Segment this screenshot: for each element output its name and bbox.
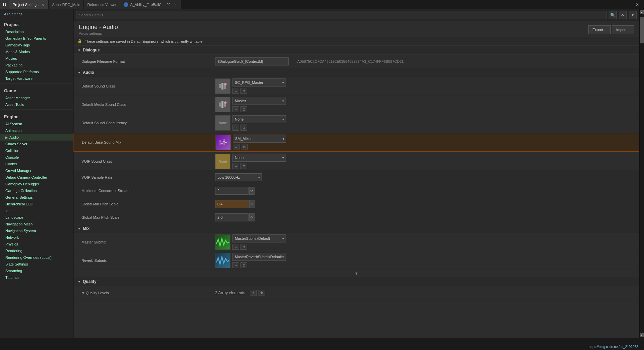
sidebar-item-crowd-manager[interactable]: Crowd Manager bbox=[0, 167, 73, 174]
sidebar-item-gameplaytags[interactable]: GameplayTags bbox=[0, 42, 73, 48]
global-min-pitch-input[interactable] bbox=[215, 200, 249, 208]
sidebar-item-audio[interactable]: ▶ Audio bbox=[0, 134, 73, 141]
sidebar-item-target-hardware[interactable]: Target Hardware bbox=[0, 75, 73, 82]
sound-class-browse-btn[interactable]: ⊙ bbox=[240, 88, 247, 94]
master-submix-select[interactable]: MasterSubmixDefault bbox=[232, 234, 286, 242]
sidebar-item-rendering-overrides[interactable]: Rendering Overrides (Local) bbox=[0, 254, 73, 261]
media-sound-class-select[interactable]: Master bbox=[232, 97, 286, 105]
quality-section-header[interactable]: ▼ Quality bbox=[73, 277, 639, 286]
mixer-icon bbox=[218, 137, 228, 148]
export-button[interactable]: Export... bbox=[588, 25, 611, 34]
concurrency-browse-btn[interactable]: ⊙ bbox=[240, 125, 247, 131]
maximize-button[interactable]: □ bbox=[617, 0, 631, 9]
sidebar-item-hierarchical-lod[interactable]: Hierarchical LOD bbox=[0, 201, 73, 207]
sidebar-section-game: Game bbox=[0, 85, 73, 95]
concurrency-select[interactable]: None bbox=[232, 115, 286, 123]
sidebar-item-streaming[interactable]: Streaming bbox=[0, 268, 73, 274]
mix-section-header[interactable]: ▼ Mix bbox=[73, 224, 639, 233]
sidebar-item-network[interactable]: Network bbox=[0, 234, 73, 241]
global-min-pitch-input-wrap: ⟳ bbox=[215, 200, 255, 208]
sidebar-item-packaging[interactable]: Packaging bbox=[0, 62, 73, 68]
sound-class-nav-btn[interactable]: → bbox=[232, 88, 239, 94]
sidebar-item-gameplay-effect-parents[interactable]: Gameplay Effect Parents bbox=[0, 35, 73, 42]
sound-mix-nav-btn[interactable]: → bbox=[233, 144, 239, 150]
sidebar-item-input[interactable]: Input bbox=[0, 207, 73, 214]
minimize-button[interactable]: ─ bbox=[604, 0, 617, 9]
sidebar-item-landscape[interactable]: Landscape bbox=[0, 214, 73, 221]
reverb-submix-select[interactable]: MasterReverbSubmixDefault bbox=[232, 253, 286, 261]
bottom-bar: https://blog.csdn.net/qq_21919621 bbox=[585, 344, 644, 350]
sidebar-item-navigation-mesh[interactable]: Navigation Mesh bbox=[0, 221, 73, 227]
sidebar-item-ai-system[interactable]: AI System bbox=[0, 121, 73, 127]
sidebar-item-gameplay-debugger[interactable]: Gameplay Debugger bbox=[0, 181, 73, 187]
sidebar-item-supported-platforms[interactable]: Supported Platforms bbox=[0, 68, 73, 75]
dialogue-filename-row: Dialogue Filename Format {DialogueGuid}_… bbox=[73, 55, 639, 68]
dropdown-icon-btn[interactable]: ▾ bbox=[629, 11, 637, 19]
eye-icon-btn[interactable]: 👁 bbox=[619, 11, 627, 19]
sidebar-item-asset-manager[interactable]: Asset Manager bbox=[0, 95, 73, 101]
search-icon-btn[interactable]: 🔍 bbox=[609, 11, 617, 19]
sidebar-item-physics[interactable]: Physics bbox=[0, 241, 73, 247]
svg-rect-10 bbox=[223, 139, 225, 145]
search-input[interactable] bbox=[76, 11, 607, 19]
voip-sound-class-select[interactable]: None bbox=[232, 154, 286, 162]
max-concurrent-streams-spin[interactable]: ⟳ bbox=[249, 187, 255, 195]
sound-mix-select[interactable]: SM_Mixer bbox=[233, 135, 286, 143]
reverb-submix-control: MasterReverbSubmixDefault → ⊙ bbox=[215, 253, 634, 268]
sidebar-section-project: Project bbox=[0, 19, 73, 28]
media-sound-browse-btn[interactable]: ⊙ bbox=[240, 106, 247, 112]
sidebar-item-garbage-collection[interactable]: Garbage Collection bbox=[0, 187, 73, 194]
tab-close-project-settings[interactable]: ✕ bbox=[40, 2, 45, 7]
tab-project-settings[interactable]: Project Settings ✕ bbox=[9, 0, 49, 9]
max-concurrent-streams-row: Maximum Concurrent Streams ⟳ bbox=[73, 184, 639, 197]
sidebar-item-collision[interactable]: Collision bbox=[0, 147, 73, 154]
close-button[interactable]: ✕ bbox=[631, 0, 644, 9]
dialogue-section-header[interactable]: ▼ Dialogue bbox=[73, 46, 639, 55]
scrollbar-thumb[interactable] bbox=[640, 17, 644, 43]
lock-icon: 🔒 bbox=[77, 39, 82, 43]
vertical-scrollbar[interactable]: ▲ ▼ bbox=[639, 9, 644, 338]
global-max-pitch-input[interactable] bbox=[215, 213, 249, 221]
import-button[interactable]: Import... bbox=[612, 25, 634, 34]
voip-sample-rate-label: VOIP Sample Rate bbox=[82, 175, 215, 179]
scrollbar-down-btn[interactable]: ▼ bbox=[640, 333, 644, 337]
sidebar-item-tutorials[interactable]: Tutorials bbox=[0, 274, 73, 281]
sidebar-item-movies[interactable]: Movies bbox=[0, 55, 73, 62]
voip-sample-rate-select[interactable]: Low 16000Hz bbox=[215, 173, 262, 181]
media-sound-nav-btn[interactable]: → bbox=[232, 106, 239, 112]
sidebar-item-general-settings[interactable]: General Settings bbox=[0, 194, 73, 201]
sidebar-item-chaos-solver[interactable]: Chaos Solver bbox=[0, 141, 73, 147]
svg-point-7 bbox=[224, 102, 226, 104]
tab-close-fireball[interactable]: ✕ bbox=[173, 2, 177, 7]
tab-reference-viewer[interactable]: Reference Viewer bbox=[84, 0, 120, 9]
reverb-submix-nav-btn[interactable]: → bbox=[232, 262, 239, 268]
sound-class-select[interactable]: SC_RPG_Master bbox=[232, 78, 286, 86]
master-submix-browse-btn[interactable]: ⊙ bbox=[240, 244, 247, 250]
sidebar-item-description[interactable]: Description bbox=[0, 28, 73, 35]
sound-mix-browse-btn[interactable]: ⊙ bbox=[241, 144, 248, 150]
voip-sound-browse-btn[interactable]: ⊙ bbox=[240, 163, 247, 169]
sidebar-item-slate-settings[interactable]: Slate Settings bbox=[0, 261, 73, 268]
global-min-pitch-spin[interactable]: ⟳ bbox=[249, 200, 255, 208]
sidebar-item-console[interactable]: Console bbox=[0, 154, 73, 161]
voip-sound-nav-btn[interactable]: → bbox=[232, 163, 239, 169]
sidebar-item-navigation-system[interactable]: Navigation System bbox=[0, 227, 73, 234]
global-max-pitch-spin[interactable]: ⟳ bbox=[249, 213, 255, 221]
tab-fireball[interactable]: A_Ability_FireBallCast02 ✕ bbox=[120, 0, 181, 9]
scrollbar-up-btn[interactable]: ▲ bbox=[640, 10, 644, 14]
quality-levels-remove-btn[interactable]: 🗑 bbox=[259, 290, 265, 296]
sidebar-item-maps-modes[interactable]: Maps & Modes bbox=[0, 48, 73, 55]
max-concurrent-streams-input[interactable] bbox=[215, 187, 249, 195]
audio-section-header[interactable]: ▼ Audio bbox=[73, 68, 639, 77]
sidebar-item-cooker[interactable]: Cooker bbox=[0, 161, 73, 167]
sidebar-item-asset-tools[interactable]: Asset Tools bbox=[0, 101, 73, 108]
tab-action-rpg[interactable]: ActionRPG_Main bbox=[49, 0, 84, 9]
sidebar-item-debug-camera[interactable]: Debug Camera Controller bbox=[0, 174, 73, 181]
master-submix-nav-btn[interactable]: → bbox=[232, 244, 239, 250]
quality-levels-add-btn[interactable]: + bbox=[250, 290, 257, 296]
sidebar-all-settings[interactable]: All Settings bbox=[0, 9, 73, 19]
reverb-submix-browse-btn[interactable]: ⊙ bbox=[240, 262, 247, 268]
sidebar-item-rendering[interactable]: Rendering bbox=[0, 247, 73, 254]
sidebar-item-animation[interactable]: Animation bbox=[0, 127, 73, 134]
concurrency-nav-btn[interactable]: → bbox=[232, 125, 239, 131]
